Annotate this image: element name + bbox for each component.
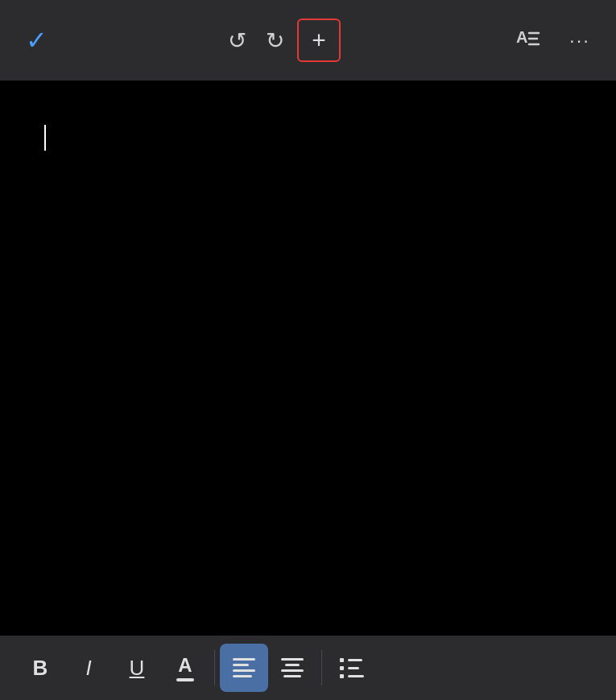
underline-button[interactable]: U (113, 644, 161, 692)
checkmark-icon: ✓ (26, 26, 48, 55)
align-left-button[interactable] (220, 644, 268, 692)
checkmark-button[interactable]: ✓ (19, 21, 54, 60)
toolbar-center: ↺ ↻ + (221, 19, 341, 62)
top-toolbar: ✓ ↺ ↻ + A ··· (0, 0, 616, 81)
redo-icon: ↻ (266, 28, 284, 53)
list-icon (340, 658, 362, 678)
list-button[interactable] (327, 644, 375, 692)
divider-1 (214, 650, 215, 686)
underline-icon: U (130, 656, 145, 681)
format-text-button[interactable]: A (508, 19, 547, 63)
add-button[interactable]: + (297, 19, 341, 62)
toolbar-right: A ··· (508, 19, 597, 63)
bold-icon: B (33, 656, 48, 681)
plus-icon: + (312, 28, 326, 52)
bold-button[interactable]: B (16, 644, 64, 692)
align-left-icon (233, 658, 255, 677)
divider-2 (321, 650, 322, 686)
italic-icon: I (85, 656, 91, 681)
undo-icon: ↺ (228, 28, 246, 53)
text-color-button[interactable]: A (161, 644, 209, 692)
format-text-icon: A (515, 31, 540, 56)
undo-button[interactable]: ↺ (221, 21, 253, 60)
text-cursor (44, 125, 46, 151)
format-toolbar: B I U A (0, 636, 616, 700)
svg-text:A: A (516, 28, 527, 46)
editor-area[interactable] (0, 81, 616, 636)
align-center-button[interactable] (268, 644, 316, 692)
redo-button[interactable]: ↻ (259, 21, 291, 60)
italic-button[interactable]: I (64, 644, 113, 692)
toolbar-left: ✓ (19, 21, 54, 60)
color-bar (176, 678, 194, 681)
ellipsis-icon: ··· (569, 29, 590, 51)
color-a-label: A (178, 654, 192, 677)
align-center-icon (281, 658, 304, 677)
more-options-button[interactable]: ··· (563, 23, 597, 58)
